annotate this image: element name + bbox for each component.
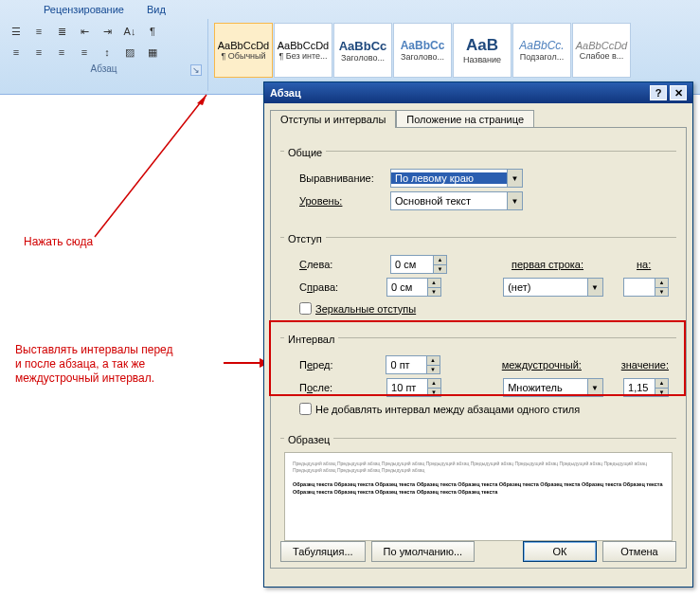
linespacing-combo[interactable]: Множитель▼	[503, 378, 602, 397]
align-justify-btn[interactable]: ≡	[74, 43, 95, 62]
mirror-checkbox[interactable]: Зеркальные отступы	[299, 302, 669, 315]
preview-box: Предыдущий абзац Предыдущий абзац Предыд…	[284, 452, 673, 541]
cancel-button[interactable]: Отмена	[602, 541, 676, 562]
align-combo[interactable]: По левому краю▼	[390, 169, 523, 188]
tabs-button[interactable]: Табуляция...	[280, 541, 366, 562]
level-label: Уровень:	[299, 195, 385, 207]
legend-preview: Образец	[284, 434, 333, 445]
chevron-down-icon[interactable]: ▼	[507, 192, 522, 209]
paragraph-launcher-icon[interactable]: ↘	[190, 64, 202, 76]
chevron-down-icon[interactable]: ▼	[507, 170, 522, 187]
before-spin[interactable]: 0 пт ▲▼	[386, 355, 440, 374]
close-button[interactable]: ✕	[670, 85, 687, 100]
line-spacing-btn[interactable]: ↕	[97, 43, 117, 62]
at-label: значение:	[621, 359, 669, 371]
annotation-interval: Выставлять интервалы перед и после абзац…	[15, 343, 173, 386]
legend-spacing: Интервал	[284, 334, 338, 345]
style-item-6[interactable]: AaBbCcDdСлабое в...	[572, 23, 631, 78]
tab-indents[interactable]: Отступы и интервалы	[270, 110, 396, 128]
help-button[interactable]: ?	[650, 85, 667, 100]
styles-gallery[interactable]: AaBbCcDd¶ ОбычныйAaBbCcDd¶ Без инте...Aa…	[212, 21, 696, 91]
level-combo[interactable]: Основной текст▼	[390, 191, 523, 210]
legend-general: Общие	[284, 147, 326, 158]
svg-marker-1	[197, 95, 206, 105]
indent-dec-btn[interactable]: ⇤	[74, 22, 95, 41]
show-marks-btn[interactable]: ¶	[142, 22, 163, 41]
linespacing-label: междустрочный:	[502, 359, 592, 371]
indent-left-spin[interactable]: 0 см ▲▼	[390, 255, 447, 274]
firstline-combo[interactable]: (нет)▼	[503, 278, 602, 297]
style-item-4[interactable]: AaBНазвание	[453, 23, 512, 78]
default-button[interactable]: По умолчанию...	[371, 541, 476, 562]
firstline-label: первая строка:	[512, 259, 606, 270]
at-spin[interactable]: 1,15 ▲▼	[623, 378, 669, 397]
multilevel-btn[interactable]: ≣	[51, 22, 72, 41]
ribbon: Рецензирование Вид ☰ ≡ ≣ ⇤ ⇥ A↓ ¶ ≡ ≡ ≡ …	[0, 0, 700, 95]
firstline-on-spin[interactable]: ▲▼	[623, 278, 669, 297]
tab-position[interactable]: Положение на странице	[396, 110, 534, 128]
nosame-checkbox[interactable]: Не добавлять интервал между абзацами одн…	[299, 403, 669, 415]
align-center-btn[interactable]: ≡	[28, 43, 49, 62]
group-paragraph-label: Абзац	[90, 63, 117, 74]
tab-review[interactable]: Рецензирование	[38, 2, 130, 17]
dialog-title: Абзац	[270, 87, 301, 99]
after-label: После:	[299, 382, 381, 393]
borders-btn[interactable]: ▦	[142, 43, 163, 62]
ok-button[interactable]: ОК	[523, 541, 597, 562]
style-item-2[interactable]: AaBbCcЗаголово...	[333, 23, 392, 78]
style-item-0[interactable]: AaBbCcDd¶ Обычный	[214, 23, 273, 78]
sort-btn[interactable]: A↓	[119, 22, 140, 41]
dialog-titlebar[interactable]: Абзац ? ✕	[264, 82, 692, 103]
align-left-btn[interactable]: ≡	[6, 43, 27, 62]
after-spin[interactable]: 10 пт ▲▼	[386, 378, 440, 397]
numbering-btn[interactable]: ≡	[28, 22, 49, 41]
indent-right-label: Справа:	[299, 281, 381, 293]
align-label: Выравнивание:	[299, 172, 385, 184]
bullets-btn[interactable]: ☰	[6, 22, 27, 41]
chevron-down-icon[interactable]: ▼	[587, 279, 602, 296]
annotation-click-here: Нажать сюда	[24, 235, 93, 249]
chevron-down-icon[interactable]: ▼	[587, 379, 602, 396]
indent-left-label: Слева:	[299, 259, 385, 270]
style-item-3[interactable]: AaBbCcЗаголово...	[393, 23, 452, 78]
legend-indent: Отступ	[284, 233, 326, 244]
indent-right-spin[interactable]: 0 см ▲▼	[386, 278, 440, 297]
on-label: на:	[637, 259, 651, 270]
arrow-to-launcher	[85, 90, 237, 242]
style-item-1[interactable]: AaBbCcDd¶ Без инте...	[274, 23, 332, 78]
paragraph-dialog: Абзац ? ✕ Отступы и интервалы Положение …	[263, 81, 693, 588]
style-item-5[interactable]: AaBbCc.Подзагол...	[512, 23, 571, 78]
svg-line-0	[95, 95, 206, 237]
tab-view[interactable]: Вид	[141, 2, 171, 17]
align-right-btn[interactable]: ≡	[51, 43, 72, 62]
shading-btn[interactable]: ▨	[119, 43, 140, 62]
before-label: Перед:	[299, 359, 380, 371]
indent-inc-btn[interactable]: ⇥	[97, 22, 117, 41]
